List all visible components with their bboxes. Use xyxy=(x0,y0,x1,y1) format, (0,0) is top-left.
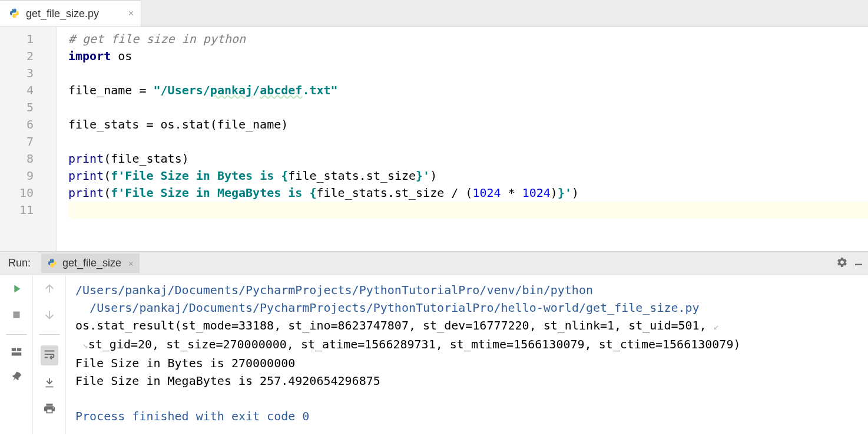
separator xyxy=(39,334,60,335)
code-text: * xyxy=(501,186,522,200)
code-brace: { xyxy=(281,169,288,183)
tab-filename: get_file_size.py xyxy=(26,8,99,20)
line-number: 8 xyxy=(0,150,56,167)
code-number: 1024 xyxy=(472,186,501,200)
python-file-icon xyxy=(9,8,21,19)
code-text: ) xyxy=(430,169,437,183)
console-exit-line: Process finished with exit code 0 xyxy=(75,409,309,423)
code-editor[interactable]: 1 2 3 4 5 6 7 8 9 10 11 # get file size … xyxy=(0,27,868,251)
console-line: st_gid=20, st_size=270000000, st_atime=1… xyxy=(88,337,741,351)
console-line: File Size in MegaBytes is 257.4920654296… xyxy=(75,374,380,388)
code-string: .txt xyxy=(302,83,330,97)
code-builtin: print xyxy=(68,169,104,183)
separator xyxy=(6,334,27,335)
pin-icon[interactable] xyxy=(10,371,23,387)
close-icon[interactable]: × xyxy=(122,8,134,19)
code-number: 1024 xyxy=(522,186,551,200)
code-string: File Size in Bytes is xyxy=(125,169,281,183)
code-text: file_name = xyxy=(68,83,154,97)
code-text: (file_stats) xyxy=(104,151,189,166)
code-string: pankaj xyxy=(210,83,253,97)
code-fstring: f' xyxy=(111,186,125,200)
code-text: os xyxy=(111,49,132,63)
svg-rect-0 xyxy=(13,312,19,318)
line-number: 11 xyxy=(0,202,56,219)
code-brace: } xyxy=(558,186,565,200)
console-output[interactable]: /Users/pankaj/Documents/PycharmProjects/… xyxy=(66,275,868,434)
code-builtin: print xyxy=(68,151,104,166)
console-path: /Users/pankaj/Documents/PycharmProjects/… xyxy=(90,301,700,315)
line-number: 4 xyxy=(0,82,56,99)
line-number: 1 xyxy=(0,31,56,48)
code-text: file_stats.st_size / ( xyxy=(316,186,472,200)
wrap-indicator-icon: ↙ xyxy=(714,321,720,332)
code-keyword: import xyxy=(68,49,111,63)
code-text: ( xyxy=(104,169,111,183)
svg-rect-1 xyxy=(11,348,15,351)
code-string: " xyxy=(154,83,161,97)
code-string: " xyxy=(331,83,338,97)
wrap-indicator-icon: ↘ xyxy=(82,340,88,351)
editor-tab-bar: get_file_size.py × xyxy=(0,0,868,27)
run-tab-name: get_file_size xyxy=(62,257,121,269)
run-config-tab[interactable]: get_file_size × xyxy=(41,253,140,273)
code-text: file_stats.st_size xyxy=(288,169,416,183)
run-toolbar-nav xyxy=(33,275,66,434)
soft-wrap-icon[interactable] xyxy=(41,345,58,365)
code-text: ) xyxy=(572,186,579,200)
run-header: Run: get_file_size × — xyxy=(0,252,868,275)
code-string: / xyxy=(253,83,260,97)
svg-rect-2 xyxy=(16,348,21,351)
code-string: ' xyxy=(423,169,430,183)
console-line: os.stat_result(st_mode=33188, st_ino=862… xyxy=(75,318,714,332)
line-number: 10 xyxy=(0,184,56,202)
code-string: ' xyxy=(565,186,572,200)
code-text: ) xyxy=(551,186,558,200)
code-content[interactable]: # get file size in python import os file… xyxy=(57,27,868,251)
arrow-down-icon[interactable] xyxy=(43,308,56,324)
console-line: File Size in Bytes is 270000000 xyxy=(75,356,295,370)
run-body: /Users/pankaj/Documents/PycharmProjects/… xyxy=(0,275,868,434)
minimize-icon[interactable]: — xyxy=(855,256,862,271)
python-icon xyxy=(47,258,59,269)
code-string: abcdef xyxy=(260,83,302,97)
line-number: 6 xyxy=(0,116,56,133)
code-text: file_stats = os.stat(file_name) xyxy=(68,117,288,131)
code-text: ( xyxy=(104,186,111,200)
editor-tab[interactable]: get_file_size.py × xyxy=(0,0,141,27)
run-label: Run: xyxy=(8,257,31,269)
code-brace: } xyxy=(416,169,423,183)
layout-icon[interactable] xyxy=(10,345,23,361)
close-icon[interactable]: × xyxy=(128,259,133,268)
arrow-up-icon[interactable] xyxy=(43,282,56,298)
code-fstring: f' xyxy=(111,169,125,183)
code-brace: { xyxy=(309,186,316,200)
line-number-gutter: 1 2 3 4 5 6 7 8 9 10 11 xyxy=(0,27,57,251)
line-number: 3 xyxy=(0,65,56,82)
code-string: File Size in MegaBytes is xyxy=(125,186,309,200)
gear-icon[interactable] xyxy=(836,256,848,271)
console-path: /Users/pankaj/Documents/PycharmProjects/… xyxy=(75,283,600,297)
line-number: 7 xyxy=(0,133,56,150)
line-number: 5 xyxy=(0,99,56,116)
print-icon[interactable] xyxy=(43,402,56,417)
code-comment: # get file size in python xyxy=(68,32,246,46)
stop-button[interactable] xyxy=(10,308,23,324)
run-tool-window: Run: get_file_size × — xyxy=(0,251,868,434)
run-button[interactable] xyxy=(10,282,23,298)
run-toolbar-primary xyxy=(0,275,33,434)
svg-rect-3 xyxy=(11,352,21,356)
line-number: 2 xyxy=(0,48,56,65)
code-string: /Users/ xyxy=(161,83,210,97)
scroll-to-end-icon[interactable] xyxy=(43,376,56,391)
code-builtin: print xyxy=(68,186,104,200)
line-number: 9 xyxy=(0,167,56,184)
